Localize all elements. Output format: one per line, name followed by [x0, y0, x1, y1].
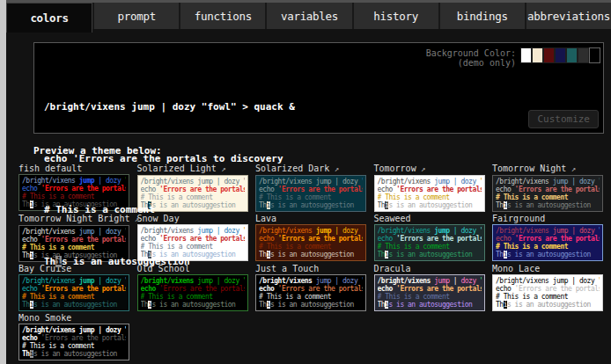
theme-title[interactable]: Tomorrow ↗: [374, 164, 493, 174]
bg-swatch-white[interactable]: [520, 47, 532, 63]
theme-dracula: Dracula/bright/vixens jump | dozy "fowl"…: [374, 264, 493, 311]
token-dozy: dozy: [342, 178, 357, 186]
token-sugg: s is an autosuggestion: [507, 301, 591, 309]
bg-swatch-teal[interactable]: [566, 47, 578, 63]
bg-swatch-dark-gray[interactable]: [578, 47, 589, 63]
token-jump: jump: [553, 277, 568, 285]
token-echo: echo: [496, 285, 515, 293]
token-comment: # This is a comment: [378, 293, 450, 301]
theme-sample[interactable]: /bright/vixens jump | dozy "fowl" > quac…: [492, 224, 603, 261]
token-comment: # This is a comment: [378, 193, 450, 201]
token-pipe: |: [450, 277, 461, 285]
token-echo: echo: [22, 185, 41, 193]
token-typed: Th: [496, 201, 504, 209]
tab-bindings[interactable]: bindings: [440, 3, 525, 29]
token-echo: echo: [22, 285, 41, 293]
token-echo: echo: [22, 334, 41, 342]
token-sugg: s is an autosuggestion: [388, 251, 472, 258]
fish-config-page: colors prompt functions variables histor…: [6, 0, 611, 364]
token-sugg: s is an autosuggestion: [388, 301, 472, 309]
token-comment: # This is a comment: [378, 243, 450, 251]
token-error: 'Errors are the portals to discovery: [515, 285, 600, 293]
background-color-swatches: [520, 47, 600, 63]
token-path: /bright/vixens: [496, 178, 553, 186]
token-echo: echo: [496, 186, 515, 193]
bg-swatch-cream[interactable]: [532, 47, 543, 63]
bg-swatch-dark-red[interactable]: [543, 47, 555, 63]
theme-title[interactable]: Mono Lace: [492, 264, 611, 273]
theme-sample[interactable]: /bright/vixens jump | dozy "fowl" > quac…: [374, 274, 485, 311]
theme-title[interactable]: Mono Smoke: [18, 313, 137, 323]
theme-sample[interactable]: /bright/vixens jump | dozy "fowl" > quac…: [492, 175, 603, 212]
token-path: /bright/vixens: [378, 277, 435, 285]
token-jump: jump: [316, 277, 331, 285]
text-cursor: i: [55, 256, 62, 267]
token-dozy: dozy: [460, 277, 475, 285]
theme-title[interactable]: Seaweed: [374, 214, 493, 223]
token-dozy: dozy: [579, 277, 594, 285]
token-path: /bright/vixens: [378, 178, 435, 186]
token-dozy: dozy: [460, 227, 475, 235]
external-link-icon[interactable]: ↗: [566, 164, 576, 173]
token-jump: jump: [316, 178, 331, 186]
sample-comment-line: # This is a comment: [44, 201, 295, 219]
external-link-icon[interactable]: ↗: [329, 164, 339, 173]
token-dozy: dozy: [579, 227, 594, 235]
token-typed: Th: [378, 301, 386, 309]
token-error: 'Errors are the portals to discovery: [396, 235, 481, 243]
bg-swatch-black[interactable]: [589, 47, 600, 63]
colors-panel: Background Color: (demo only) /bright/vi…: [6, 42, 611, 360]
token-dozy: dozy: [342, 277, 357, 285]
token-dozy: dozy: [460, 178, 475, 186]
token-pipe: |: [568, 277, 579, 285]
token-quote: "fowl" > quack &: [357, 277, 363, 285]
token-pipe: |: [568, 227, 579, 235]
token-dozy: dozy: [579, 178, 594, 186]
token-jump: jump: [434, 227, 449, 235]
tab-colors[interactable]: colors: [6, 3, 92, 33]
token-pipe: |: [331, 277, 342, 285]
token-jump: jump: [316, 227, 331, 235]
token-typed: Th: [378, 201, 386, 209]
customize-button[interactable]: Customize: [528, 110, 599, 128]
theme-title[interactable]: Fairground: [492, 214, 611, 223]
token-path: /bright/vixens: [378, 227, 435, 235]
theme-title[interactable]: Tomorrow Night ↗: [492, 164, 611, 174]
terminal-preview: Background Color: (demo only) /bright/vi…: [33, 42, 604, 134]
token-echo: echo: [378, 285, 397, 293]
token-error: 'Errors are the portals to discovery: [41, 334, 126, 342]
token-typed: Th: [22, 200, 30, 208]
token-jump: jump: [553, 178, 568, 186]
bg-swatch-navy[interactable]: [555, 47, 566, 63]
token-path: /bright/vixens: [496, 227, 553, 235]
theme-sample[interactable]: /bright/vixens jump | dozy "fowl" > quac…: [492, 274, 603, 311]
token-path: /bright/vixens: [22, 326, 79, 334]
background-color-picker: Background Color: (demo only): [426, 47, 600, 68]
token-quote: "fowl" > quack &: [476, 178, 482, 186]
tab-history[interactable]: history: [354, 3, 438, 29]
theme-tomorrow-night: Tomorrow Night ↗/bright/vixens jump | do…: [492, 164, 611, 212]
theme-sample[interactable]: /bright/vixens jump | dozy "fowl" > quac…: [18, 324, 129, 360]
token-pipe: |: [568, 178, 579, 186]
token-typed: Th: [22, 350, 30, 358]
token-quote: "fowl" > quack &: [476, 227, 482, 235]
tab-prompt[interactable]: prompt: [94, 3, 179, 29]
theme-sample[interactable]: /bright/vixens jump | dozy "fowl" > quac…: [374, 175, 485, 212]
token-echo: echo: [496, 235, 515, 243]
theme-seaweed: Seaweed/bright/vixens jump | dozy "fowl"…: [374, 214, 493, 262]
token-quote: "fowl" > quack &: [357, 227, 363, 235]
sample-autosuggestion-line: This is an autosuggestion: [44, 253, 295, 271]
token-pipe: |: [450, 178, 461, 186]
tab-functions[interactable]: functions: [180, 3, 265, 29]
tab-variables[interactable]: variables: [267, 3, 351, 29]
token-quote: "fowl" > quack &: [357, 178, 363, 186]
token-error: 'Errors are the portals to discovery: [396, 285, 481, 293]
token-typed: Th: [496, 301, 504, 309]
external-link-icon[interactable]: ↗: [416, 164, 426, 173]
theme-mono-smoke: Mono Smoke/bright/vixens jump | dozy "fo…: [18, 313, 137, 360]
tab-abbreviations[interactable]: abbreviations: [526, 3, 611, 29]
token-dozy: dozy: [342, 227, 357, 235]
theme-sample[interactable]: /bright/vixens jump | dozy "fowl" > quac…: [374, 224, 485, 261]
token-quote: "fowl" > quack &: [594, 178, 600, 186]
theme-title[interactable]: Dracula: [374, 264, 493, 273]
